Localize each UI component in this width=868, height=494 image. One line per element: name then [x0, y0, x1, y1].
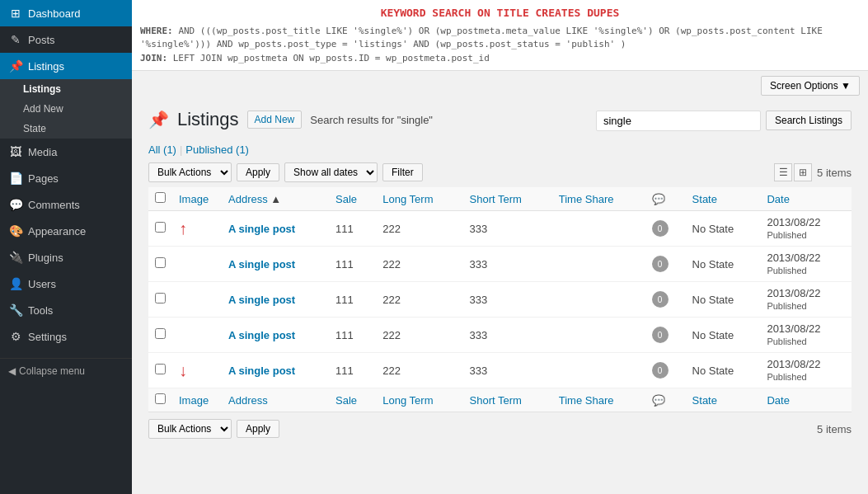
sidebar-sub-listings[interactable]: Listings	[0, 79, 132, 99]
row-checkbox[interactable]	[155, 328, 166, 339]
sidebar: ⊞ Dashboard ✎ Posts 📌 Listings Listings …	[0, 0, 132, 494]
sidebar-item-users[interactable]: 👤 Users	[0, 271, 132, 297]
comment-count-badge[interactable]: 0	[652, 220, 669, 237]
row-time-share-cell	[552, 211, 645, 247]
row-checkbox[interactable]	[155, 222, 166, 233]
filter-link-all[interactable]: All (1)	[148, 143, 176, 156]
bulk-actions-top-select[interactable]: Bulk Actions	[148, 162, 232, 182]
apply-bottom-button[interactable]: Apply	[237, 420, 279, 438]
col-date-footer[interactable]: Date	[760, 388, 852, 412]
row-time-share-cell	[552, 318, 645, 353]
row-state-cell: No State	[686, 247, 761, 282]
col-state-footer[interactable]: State	[686, 388, 761, 412]
col-date[interactable]: Date	[760, 187, 852, 211]
debug-where-text: AND (((wp_posts.post_title LIKE '%single…	[140, 26, 823, 50]
sidebar-item-listings[interactable]: 📌 Listings	[0, 53, 132, 79]
row-time-share-cell	[552, 247, 645, 282]
row-sale-cell: 111	[329, 247, 376, 282]
row-comments-cell: 0	[645, 282, 686, 318]
table-row: A single post 111 222 333 0 No State 201…	[148, 318, 852, 353]
col-sale-footer[interactable]: Sale	[329, 388, 376, 412]
filter-button[interactable]: Filter	[382, 163, 423, 181]
pages-icon: 📄	[8, 172, 23, 185]
debug-where: WHERE: AND (((wp_posts.post_title LIKE '…	[140, 25, 860, 52]
row-address-cell: A single post	[222, 211, 329, 247]
comment-count-badge[interactable]: 0	[652, 327, 669, 343]
col-comments-footer[interactable]: 💬	[645, 388, 686, 412]
add-new-button[interactable]: Add New	[247, 111, 303, 129]
sidebar-item-tools[interactable]: 🔧 Tools	[0, 297, 132, 323]
row-status: Published	[767, 230, 806, 240]
sidebar-item-posts[interactable]: ✎ Posts	[0, 26, 132, 53]
row-date-cell: 2013/08/22Published	[760, 318, 852, 353]
col-address-footer[interactable]: Address	[222, 388, 329, 412]
sidebar-item-media[interactable]: 🖼 Media	[0, 139, 132, 165]
table-row: A single post 111 222 333 0 No State 201…	[148, 247, 852, 282]
bulk-actions-bottom-select[interactable]: Bulk Actions	[148, 419, 232, 439]
list-view-icon[interactable]: ☰	[774, 163, 792, 181]
sidebar-sub-add-new[interactable]: Add New	[0, 99, 132, 119]
sidebar-item-appearance[interactable]: 🎨 Appearance	[0, 218, 132, 244]
row-address-cell: A single post	[222, 282, 329, 318]
col-sale[interactable]: Sale	[329, 187, 376, 211]
col-image-footer[interactable]: Image	[172, 388, 222, 412]
col-short-term[interactable]: Short Term	[463, 187, 552, 211]
row-comments-cell: 0	[645, 247, 686, 282]
comment-count-badge[interactable]: 0	[652, 362, 669, 379]
col-comments[interactable]: 💬	[645, 187, 686, 211]
search-results-text: Search results for "single"	[310, 114, 433, 126]
screen-options-button[interactable]: Screen Options ▼	[761, 76, 860, 96]
sidebar-item-comments[interactable]: 💬 Comments	[0, 191, 132, 218]
post-title-link[interactable]: A single post	[228, 365, 295, 377]
comment-count-badge[interactable]: 0	[652, 256, 669, 272]
col-address[interactable]: Address ▲	[222, 187, 329, 211]
row-image-cell: ↓	[172, 353, 222, 388]
row-checkbox-cell	[148, 282, 172, 318]
show-dates-select[interactable]: Show all dates	[284, 162, 378, 182]
tools-icon: 🔧	[8, 303, 23, 317]
row-time-share-cell	[552, 353, 645, 388]
select-all-footer-checkbox[interactable]	[155, 393, 166, 404]
row-checkbox[interactable]	[155, 257, 166, 268]
col-time-share[interactable]: Time Share	[552, 187, 645, 211]
sidebar-sub-state[interactable]: State	[0, 119, 132, 139]
sidebar-item-dashboard[interactable]: ⊞ Dashboard	[0, 0, 132, 26]
col-time-share-footer[interactable]: Time Share	[552, 388, 645, 412]
collapse-menu-btn[interactable]: ◀ Collapse menu	[0, 359, 132, 383]
select-all-checkbox[interactable]	[155, 192, 166, 203]
post-title-link[interactable]: A single post	[228, 258, 295, 271]
row-comments-cell: 0	[645, 318, 686, 353]
row-state-cell: No State	[686, 318, 761, 353]
arrow-down-icon: ↓	[179, 361, 187, 379]
row-status: Published	[767, 372, 806, 382]
sidebar-item-settings[interactable]: ⚙ Settings	[0, 323, 132, 350]
row-address-cell: A single post	[222, 353, 329, 388]
filter-link-published[interactable]: Published (1)	[185, 143, 249, 156]
col-short-term-footer[interactable]: Short Term	[463, 388, 552, 412]
comment-count-badge[interactable]: 0	[652, 291, 669, 308]
debug-join-label: JOIN:	[140, 53, 167, 64]
col-long-term-footer[interactable]: Long Term	[376, 388, 462, 412]
sidebar-item-label: Media	[28, 146, 57, 158]
post-title-link[interactable]: A single post	[228, 223, 295, 235]
apply-top-button[interactable]: Apply	[237, 163, 279, 181]
grid-view-icon[interactable]: ⊞	[794, 163, 812, 181]
row-long-term-cell: 222	[376, 353, 462, 388]
search-input[interactable]	[596, 111, 761, 131]
col-state[interactable]: State	[686, 187, 761, 211]
col-image[interactable]: Image	[172, 187, 222, 211]
collapse-arrow-icon: ◀	[8, 365, 16, 377]
row-state-cell: No State	[686, 211, 761, 247]
search-listings-button[interactable]: Search Listings	[766, 111, 852, 130]
post-title-link[interactable]: A single post	[228, 329, 295, 341]
comments-icon: 💬	[8, 198, 23, 211]
post-title-link[interactable]: A single post	[228, 294, 295, 306]
sidebar-item-plugins[interactable]: 🔌 Plugins	[0, 244, 132, 271]
sidebar-item-pages[interactable]: 📄 Pages	[0, 165, 132, 191]
row-status: Published	[767, 301, 806, 311]
users-icon: 👤	[8, 277, 23, 290]
row-checkbox[interactable]	[155, 293, 166, 303]
col-long-term[interactable]: Long Term	[376, 187, 462, 211]
row-checkbox[interactable]	[155, 364, 166, 374]
appearance-icon: 🎨	[8, 224, 23, 238]
